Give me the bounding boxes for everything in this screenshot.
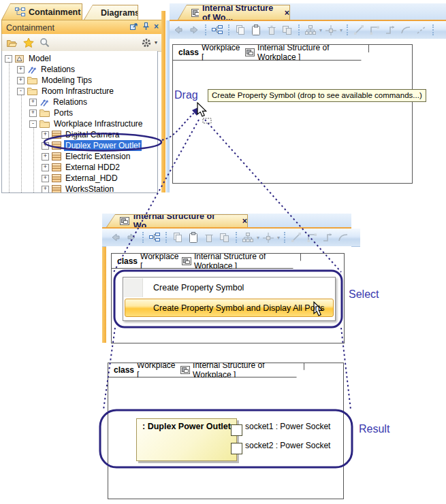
expander-icon[interactable]: +	[42, 153, 49, 161]
quick-layout-button[interactable]	[324, 23, 338, 37]
copy-button[interactable]	[171, 231, 185, 244]
class-icon	[52, 185, 61, 193]
dropdown-icon[interactable]: ▾	[257, 235, 259, 241]
expander-icon[interactable]: +	[42, 131, 49, 139]
curve-path-button[interactable]	[399, 23, 413, 37]
diagram-tabstrip: Internal Structure of Wo... ×	[170, 3, 446, 21]
paste-button[interactable]	[249, 23, 263, 37]
dropdown-icon[interactable]: ▾	[340, 27, 343, 33]
close-icon[interactable]: ×	[285, 8, 289, 18]
expander-icon[interactable]: +	[17, 77, 25, 84]
delete-button[interactable]	[202, 231, 216, 244]
part-duplex-power-outlet[interactable]: : Duplex Power Outlet	[136, 418, 237, 461]
delete-from-model-button[interactable]	[281, 23, 294, 37]
tab-internal-structure[interactable]: Internal Structure of Wo... ×	[178, 5, 290, 20]
expander-icon[interactable]: +	[29, 110, 37, 117]
select-in-containment-button[interactable]	[210, 23, 224, 37]
menu-item-create-property-symbol[interactable]: Create Property Symbol	[123, 278, 335, 298]
close-icon[interactable]: ×	[242, 216, 247, 226]
tree-item-label: Room Infrastructure	[40, 86, 115, 97]
select-in-containment-button[interactable]	[148, 231, 161, 244]
tree-item[interactable]: -Model	[2, 53, 52, 64]
float-window-icon[interactable]	[129, 22, 138, 31]
tree-item[interactable]: +External_HDD	[2, 173, 119, 184]
delete-button[interactable]	[265, 23, 278, 37]
menu-item-label: Create Property Symbol and Display All P…	[123, 303, 325, 313]
expander-icon[interactable]: -	[29, 120, 37, 128]
back-button[interactable]	[109, 231, 123, 244]
layout-tree-button[interactable]	[241, 231, 255, 244]
rectilinear-path-button[interactable]	[368, 23, 381, 37]
forward-button[interactable]	[187, 23, 201, 37]
delete-from-model-button[interactable]	[218, 231, 232, 244]
expander-icon[interactable]: +	[42, 175, 49, 182]
menu-item-create-property-symbol-display-all-ports[interactable]: Create Property Symbol and Display All P…	[123, 298, 335, 318]
toolbar-separator	[236, 232, 237, 243]
frame-diagram-name: Internal Structure of Workplace ]	[193, 360, 304, 380]
tree-item[interactable]: -Room Infrastructure	[2, 86, 115, 97]
tree-item[interactable]: +Digital Camera	[2, 129, 121, 140]
tree-item[interactable]: +Modeling Tips	[2, 75, 93, 86]
tree-item[interactable]: +Relations	[2, 97, 89, 107]
search-icon[interactable]	[39, 37, 50, 48]
expander-icon[interactable]: +	[17, 66, 25, 73]
diagram-icon	[191, 8, 199, 18]
tree-item[interactable]: +Ports	[2, 107, 74, 118]
curve-path-button[interactable]	[336, 231, 350, 244]
open-folder-icon[interactable]	[6, 38, 18, 48]
pin-icon[interactable]	[142, 22, 150, 31]
favorites-star-icon[interactable]	[23, 37, 34, 48]
dropdown-icon[interactable]: ▾	[277, 235, 280, 241]
gear-dropdown-icon[interactable]: ▾	[155, 39, 157, 46]
window-edge-strip	[161, 11, 165, 192]
tree-item[interactable]: +Duplex Power Outlet	[2, 140, 142, 151]
tree-item[interactable]: -Workplace Infrastructure	[2, 118, 144, 129]
copy-button[interactable]	[234, 23, 247, 37]
tab-containment-label: Containment	[29, 7, 80, 17]
tab-diagrams[interactable]: Diagrams	[84, 5, 138, 20]
toolbar-separator	[205, 24, 206, 35]
expander-icon[interactable]: +	[42, 164, 49, 171]
expander-icon[interactable]: -	[17, 88, 25, 95]
toolbar-separator	[284, 232, 285, 243]
tree-item-label: Duplex Power Outlet	[64, 140, 142, 151]
frame-owner: Workplace [	[140, 252, 179, 271]
dashed-path-button[interactable]	[415, 23, 428, 37]
expander-icon[interactable]: +	[29, 99, 37, 106]
expander-icon[interactable]: +	[42, 186, 49, 193]
dropdown-icon[interactable]: ▾	[319, 27, 322, 33]
paste-button[interactable]	[187, 231, 200, 244]
relations-icon	[27, 65, 37, 74]
class-icon	[52, 152, 61, 161]
toolbar-separator	[228, 24, 229, 35]
rectilinear-path-button[interactable]	[305, 231, 319, 244]
model-icon	[15, 54, 25, 63]
containment-panel: Containment Diagrams Containment	[1, 3, 158, 192]
port-socket2[interactable]	[231, 443, 242, 454]
tree-item[interactable]: +External HDD2	[2, 162, 121, 173]
expander-icon[interactable]: +	[42, 142, 49, 150]
tree-item[interactable]: +WorksStation	[2, 184, 115, 193]
tree-item[interactable]: +Electric Extension	[2, 151, 131, 162]
oblique-path-button[interactable]	[289, 231, 303, 244]
tab-internal-structure[interactable]: Internal Structure of Wo... ×	[106, 214, 248, 227]
forward-button[interactable]	[125, 231, 138, 244]
diagram-icon	[180, 365, 190, 375]
frame-owner: Workplace [	[137, 360, 178, 380]
layout-tree-button[interactable]	[304, 23, 317, 37]
oblique-path-button[interactable]	[352, 23, 366, 37]
bezier-path-button[interactable]	[383, 23, 397, 37]
bezier-path-button[interactable]	[321, 231, 334, 244]
gear-icon[interactable]	[141, 37, 152, 48]
part-label: : Duplex Power Outlet	[137, 419, 236, 431]
tree-item[interactable]: +Relations	[2, 64, 76, 75]
quick-layout-button[interactable]	[261, 231, 275, 244]
class-frame-header: class Workplace [ Internal Structure of …	[173, 45, 369, 61]
back-button[interactable]	[172, 23, 185, 37]
panel-toolbar: ▾	[1, 34, 162, 52]
port-socket1[interactable]	[231, 424, 242, 436]
close-icon[interactable]: ×	[154, 22, 159, 31]
tab-containment[interactable]: Containment	[1, 3, 82, 20]
expander-icon[interactable]: -	[5, 55, 12, 63]
tree-item-label: Ports	[52, 107, 74, 118]
